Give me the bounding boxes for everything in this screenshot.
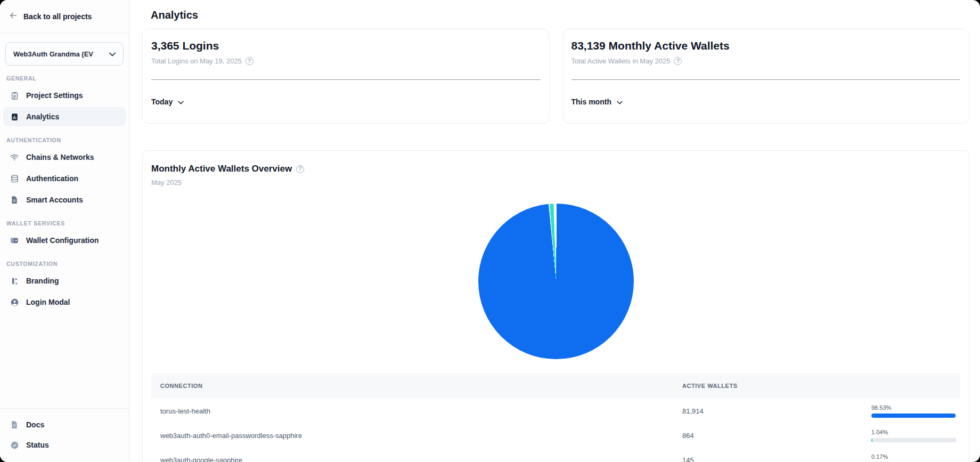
column-header-connection: CONNECTION (151, 383, 673, 389)
sidebar-item-label: Project Settings (26, 91, 83, 100)
share-bar (871, 438, 957, 442)
share-percent: 0.17% (871, 453, 957, 460)
document-icon (10, 420, 19, 429)
chevron-down-icon (617, 97, 623, 107)
connection-name: web3auth-google-sapphire (151, 456, 673, 462)
stat-cards-row: 3,365 Logins Total Logins on May 19, 202… (142, 29, 969, 124)
connections-table: CONNECTION ACTIVE WALLETS torus-test-hea… (151, 373, 960, 462)
connection-name: web3auth-auth0-email-passwordless-sapphi… (151, 432, 673, 440)
back-link-label: Back to all projects (23, 12, 92, 21)
sidebar-item-chains-networks[interactable]: Chains & Networks (3, 148, 126, 167)
logins-count: 3,365 Logins (151, 39, 541, 52)
project-selector-value: Web3Auth Grandma (EV (13, 50, 93, 58)
share-cell: 98.53% (871, 404, 962, 418)
back-to-projects-link[interactable]: Back to all projects (0, 0, 129, 33)
sidebar-item-analytics[interactable]: Analytics (3, 107, 126, 126)
section-label-authentication: AUTHENTICATION (6, 137, 123, 143)
share-cell: 1.04% (871, 429, 962, 442)
sidebar-item-label: Docs (26, 420, 44, 429)
check-circle-icon (10, 440, 19, 450)
main-content: Analytics 3,365 Logins Total Logins on M… (129, 0, 980, 462)
sidebar-item-project-settings[interactable]: Project Settings (3, 86, 126, 105)
active-wallets-value: 81,914 (673, 407, 871, 415)
range-value: Today (151, 98, 173, 106)
sidebar-item-smart-accounts[interactable]: Smart Accounts (3, 190, 126, 209)
branding-icon (10, 276, 19, 286)
sidebar-item-docs[interactable]: Docs (3, 415, 126, 434)
active-wallets-value: 145 (673, 456, 871, 462)
sidebar-item-label: Smart Accounts (26, 196, 83, 204)
sidebar-item-label: Authentication (26, 174, 78, 183)
app-window: Back to all projects Web3Auth Grandma (E… (0, 0, 980, 462)
overview-card: Monthly Active Wallets Overview ? May 20… (142, 150, 969, 462)
logins-range-select[interactable]: Today (151, 97, 184, 107)
chevron-down-icon (178, 97, 184, 107)
section-label-wallet-services: WALLET SERVICES (6, 220, 123, 226)
page-title: Analytics (151, 9, 969, 21)
logins-subtitle: Total Logins on May 19, 2025 (151, 57, 242, 65)
help-icon[interactable]: ? (296, 165, 304, 173)
wallet-icon (10, 236, 19, 245)
table-header-row: CONNECTION ACTIVE WALLETS (151, 373, 960, 399)
sidebar-item-label: Branding (26, 277, 59, 285)
sidebar-divider (0, 33, 129, 33)
active-wallets-subtitle: Total Active Wallets in May 2025 (571, 57, 671, 65)
sidebar-item-status[interactable]: Status (3, 435, 126, 455)
range-value: This month (571, 98, 611, 106)
table-row[interactable]: web3auth-google-sapphire 145 0.17% (151, 448, 960, 462)
share-percent: 1.04% (871, 429, 957, 435)
table-row[interactable]: torus-test-health 81,914 98.53% (151, 399, 960, 423)
analytics-icon (10, 112, 19, 121)
overview-title: Monthly Active Wallets Overview (151, 164, 292, 174)
column-header-active-wallets: ACTIVE WALLETS (673, 383, 871, 389)
sidebar-footer: Docs Status (0, 408, 129, 462)
sidebar-item-wallet-configuration[interactable]: Wallet Configuration (3, 231, 126, 250)
sidebar-item-label: Analytics (26, 112, 59, 121)
section-label-general: GENERAL (6, 75, 123, 82)
database-icon (10, 174, 19, 183)
active-wallets-pie-chart (478, 204, 634, 359)
overview-subtitle: May 2025 (151, 179, 960, 187)
connection-name: torus-test-health (151, 407, 673, 415)
project-selector[interactable]: Web3Auth Grandma (EV (5, 42, 124, 66)
help-icon[interactable]: ? (246, 57, 254, 65)
active-wallets-count: 83,139 Monthly Active Wallets (571, 39, 961, 52)
wallets-range-select[interactable]: This month (571, 97, 623, 107)
user-circle-icon (10, 297, 19, 307)
share-bar (871, 414, 957, 418)
chevron-down-icon (109, 49, 116, 59)
logins-card: 3,365 Logins Total Logins on May 19, 202… (142, 29, 550, 124)
sidebar-item-label: Wallet Configuration (26, 236, 99, 245)
sidebar-item-label: Login Modal (26, 298, 70, 306)
help-icon[interactable]: ? (674, 57, 682, 65)
sidebar-item-authentication[interactable]: Authentication (3, 169, 126, 188)
sidebar: Back to all projects Web3Auth Grandma (E… (0, 0, 129, 462)
document-icon (10, 195, 19, 205)
arrow-left-icon (9, 11, 18, 22)
active-wallets-card: 83,139 Monthly Active Wallets Total Acti… (562, 29, 970, 124)
clipboard-icon (10, 91, 19, 100)
wifi-icon (10, 152, 19, 162)
sidebar-item-branding[interactable]: Branding (3, 271, 126, 290)
active-wallets-value: 864 (673, 432, 871, 440)
sidebar-item-login-modal[interactable]: Login Modal (3, 293, 126, 312)
section-label-customization: CUSTOMIZATION (6, 261, 123, 267)
share-percent: 98.53% (871, 404, 957, 411)
share-cell: 0.17% (871, 453, 962, 462)
sidebar-item-label: Chains & Networks (26, 153, 94, 161)
table-row[interactable]: web3auth-auth0-email-passwordless-sapphi… (151, 423, 960, 448)
sidebar-item-label: Status (26, 441, 49, 449)
